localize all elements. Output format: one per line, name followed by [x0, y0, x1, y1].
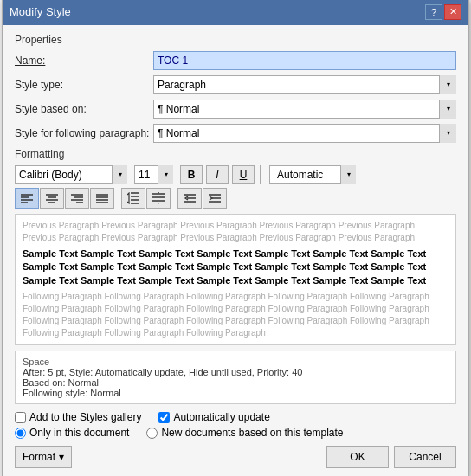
align-center-button[interactable]	[40, 188, 64, 209]
dialog-body: Properties Name: Style type: Paragraph ▾…	[3, 25, 468, 476]
radio-row: Only in this document New documents base…	[15, 427, 456, 439]
ok-cancel-row: OK Cancel	[326, 446, 456, 468]
formatting-section-label: Formatting	[15, 148, 456, 160]
format-dropdown-arrow: ▾	[59, 451, 64, 463]
title-bar-controls: ? ✕	[425, 4, 461, 20]
align-right-button[interactable]	[65, 188, 89, 209]
add-to-gallery-item: Add to the Styles gallery	[15, 411, 141, 423]
style-desc-line3: Following style: Normal	[23, 388, 448, 398]
decrease-indent-button[interactable]	[177, 188, 202, 209]
new-docs-label: New documents based on this template	[161, 427, 343, 439]
new-docs-radio[interactable]	[146, 428, 158, 439]
bold-button[interactable]: B	[180, 165, 203, 184]
name-label: Name:	[15, 55, 153, 67]
font-size-select[interactable]: 11	[134, 165, 173, 184]
auto-update-item: Automatically update	[158, 411, 269, 423]
properties-section-label: Properties	[15, 34, 456, 46]
underline-button[interactable]: U	[232, 165, 255, 184]
font-row: Calibri (Body) ▾ 11 ▾ B I U Automatic	[15, 165, 456, 184]
font-select-wrapper: Calibri (Body) ▾	[15, 165, 127, 184]
only-this-doc-label: Only in this document	[29, 427, 129, 439]
formatting-section: Formatting Calibri (Body) ▾ 11 ▾ B I	[15, 148, 456, 209]
close-button[interactable]: ✕	[444, 4, 461, 20]
title-bar: Modify Style ? ✕	[3, 0, 468, 25]
space-label: Space	[23, 357, 448, 367]
format-dropdown-button[interactable]: Format ▾	[15, 446, 72, 468]
preview-follow-para: Following Paragraph Following Paragraph …	[23, 291, 448, 339]
align-row	[15, 188, 456, 209]
add-to-gallery-checkbox[interactable]	[15, 412, 26, 423]
new-docs-item: New documents based on this template	[146, 427, 343, 439]
svg-marker-24	[158, 203, 159, 204]
style-following-select-wrapper: ¶ Normal ▾	[153, 124, 456, 143]
color-select[interactable]: Automatic	[269, 165, 356, 184]
divider-1	[260, 165, 261, 184]
color-select-wrapper: Automatic ▾	[269, 165, 356, 184]
style-type-select[interactable]: Paragraph	[153, 75, 456, 94]
only-this-doc-radio[interactable]	[15, 428, 26, 439]
style-description: Space After: 5 pt, Style: Automatically …	[15, 351, 456, 404]
align-justify-button[interactable]	[90, 188, 114, 209]
only-this-doc-item: Only in this document	[15, 427, 129, 439]
checkbox-row: Add to the Styles gallery Automatically …	[15, 411, 456, 423]
style-following-label: Style for following paragraph:	[15, 127, 153, 139]
italic-button[interactable]: I	[206, 165, 229, 184]
preview-prev-para: Previous Paragraph Previous Paragraph Pr…	[23, 220, 448, 244]
para-spacing-button[interactable]	[146, 188, 171, 209]
style-based-select[interactable]: ¶ Normal	[153, 100, 456, 119]
help-button[interactable]: ?	[425, 4, 442, 20]
ok-button[interactable]: OK	[326, 446, 389, 468]
name-input[interactable]	[153, 51, 456, 70]
modify-style-dialog: Modify Style ? ✕ Properties Name: Style …	[2, 0, 469, 476]
style-based-label: Style based on:	[15, 103, 153, 115]
format-label: Format	[23, 451, 55, 463]
dialog-title: Modify Style	[10, 5, 71, 18]
increase-indent-button[interactable]	[203, 188, 227, 209]
style-based-select-wrapper: ¶ Normal ▾	[153, 100, 456, 119]
bottom-row: Format ▾ OK Cancel	[15, 446, 456, 468]
style-following-select[interactable]: ¶ Normal	[153, 124, 456, 143]
style-desc-line1: After: 5 pt, Style: Automatically update…	[23, 367, 448, 377]
add-to-gallery-label: Add to the Styles gallery	[29, 411, 141, 423]
auto-update-label: Automatically update	[173, 411, 269, 423]
style-type-label: Style type:	[15, 79, 153, 91]
align-left-button[interactable]	[15, 188, 39, 209]
font-select[interactable]: Calibri (Body)	[15, 165, 127, 184]
preview-box: Previous Paragraph Previous Paragraph Pr…	[15, 214, 456, 345]
auto-update-checkbox[interactable]	[158, 412, 170, 423]
style-type-select-wrapper: Paragraph ▾	[153, 75, 456, 94]
style-based-row: Style based on: ¶ Normal ▾	[15, 100, 456, 119]
font-size-select-wrapper: 11 ▾	[134, 165, 173, 184]
preview-sample-text: Sample Text Sample Text Sample Text Samp…	[23, 248, 448, 287]
name-row: Name:	[15, 51, 456, 70]
style-following-row: Style for following paragraph: ¶ Normal …	[15, 124, 456, 143]
style-type-row: Style type: Paragraph ▾	[15, 75, 456, 94]
style-desc-line2: Based on: Normal	[23, 377, 448, 388]
line-spacing-button[interactable]	[121, 188, 145, 209]
cancel-button[interactable]: Cancel	[394, 446, 456, 468]
